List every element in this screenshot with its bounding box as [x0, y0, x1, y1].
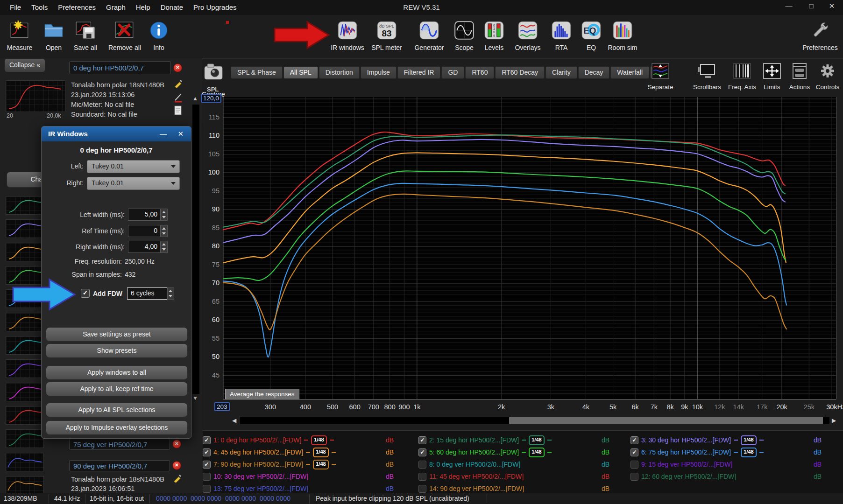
legend-checkbox-10[interactable] — [203, 473, 211, 481]
measurement-notes-icon[interactable] — [174, 105, 182, 116]
legend-checkbox-6[interactable]: ✓ — [630, 448, 638, 456]
legend-item-4[interactable]: ✓4: 45 deg hor HP500/2...[FDW]1/48dB — [203, 447, 413, 458]
apply-to-all-keep-ref-time-button[interactable]: Apply to all, keep ref time — [46, 382, 188, 396]
measurement-10-thumbnail[interactable] — [6, 383, 44, 401]
fdw-cycles-field[interactable]: 6 cycles — [127, 287, 170, 300]
tab-all-spl[interactable]: All SPL — [283, 66, 318, 79]
legend-checkbox-8[interactable] — [418, 461, 426, 469]
measurement-9-thumbnail[interactable] — [6, 359, 44, 378]
edit-notes-icon[interactable] — [174, 78, 183, 88]
x-axis-start-value[interactable]: 203 — [214, 402, 230, 411]
right-width-field[interactable]: 4,00 — [128, 241, 161, 253]
dialog-minimize-icon[interactable]: — — [160, 126, 167, 141]
save-all-button[interactable]: Save all — [63, 20, 108, 51]
dialog-title-bar[interactable]: IR Windows — ✕ — [42, 126, 191, 141]
legend-item-9[interactable]: 9: 15 deg ver HP500/2/...[FDW]dB — [630, 459, 841, 470]
legend-item-2[interactable]: ✓2: 15 deg hor HP500/2...[FDW]1/48dB — [418, 434, 629, 446]
tab-filtered-ir[interactable]: Filtered IR — [397, 66, 441, 79]
scroll-down-icon[interactable]: ▼ — [192, 395, 198, 401]
legend-item-12[interactable]: 12: 60 deg ver HP500/2/...[FDW]dB — [630, 471, 841, 482]
spl-meter-button[interactable]: dB SPL83SPL meter — [364, 20, 409, 51]
ref-time-stepper[interactable] — [161, 225, 168, 237]
measurement-12-thumbnail[interactable] — [6, 429, 44, 448]
tab-rt60[interactable]: RT60 — [465, 66, 494, 79]
delete-measurement-icon[interactable]: ✕ — [172, 440, 181, 448]
close-button[interactable]: ✕ — [822, 2, 841, 10]
tab-impulse[interactable]: Impulse — [361, 66, 397, 79]
smoothing-badge[interactable]: 1/48 — [313, 460, 328, 469]
delete-measurement-icon[interactable]: ✕ — [172, 461, 181, 470]
tab-clarity[interactable]: Clarity — [545, 66, 577, 79]
legend-checkbox-3[interactable]: ✓ — [630, 436, 638, 444]
trace-style-icon[interactable] — [174, 92, 183, 103]
right-width-stepper[interactable] — [161, 241, 168, 253]
left-width-field[interactable]: 5,00 — [128, 209, 161, 221]
vertical-scrollbar[interactable] — [192, 105, 199, 394]
legend-checkbox-5[interactable]: ✓ — [418, 448, 426, 456]
apply-to-all-spl-selections-button[interactable]: Apply to All SPL selections — [46, 403, 188, 417]
legend-item-10[interactable]: 10: 30 deg ver HP500/2/...[FDW]dB — [203, 471, 413, 482]
legend-item-11[interactable]: 11: 45 deg ver HP500/2/...[FDW]dB — [418, 471, 629, 482]
smoothing-badge[interactable]: 1/48 — [741, 448, 756, 457]
smoothing-badge[interactable]: 1/48 — [311, 435, 326, 445]
legend-checkbox-4[interactable]: ✓ — [203, 448, 211, 456]
legend-checkbox-9[interactable] — [630, 461, 638, 469]
scroll-left-icon[interactable]: ◀ — [232, 417, 236, 424]
apply-windows-to-all-button[interactable]: Apply windows to all — [46, 365, 188, 380]
scroll-up-icon[interactable]: ▲ — [192, 95, 198, 102]
legend-item-8[interactable]: 8: 0 deg ver HP500/2/0...[FDW]dB — [418, 459, 629, 470]
legend-item-5[interactable]: ✓5: 60 deg hor HP500/2...[FDW]1/48dB — [418, 447, 629, 458]
ref-time-field[interactable]: 0 — [128, 225, 161, 237]
tab-gd[interactable]: GD — [441, 66, 464, 79]
ir-windows-button[interactable]: IR windows — [325, 20, 370, 51]
legend-checkbox-7[interactable]: ✓ — [203, 461, 211, 469]
measurement-8-thumbnail[interactable] — [6, 336, 44, 355]
measurement-4-thumbnail[interactable] — [6, 243, 44, 261]
y-axis-top-value[interactable]: 120,0 — [201, 94, 221, 103]
delete-measurement-icon[interactable]: ✕ — [173, 63, 182, 72]
legend-checkbox-11[interactable] — [418, 473, 426, 481]
collapse-sidebar-button[interactable]: Collapse « — [4, 58, 45, 72]
legend-item-6[interactable]: ✓6: 75 deg hor HP500/2...[FDW]1/48dB — [630, 447, 841, 458]
capture-icon[interactable] — [204, 62, 223, 82]
apply-to-impulse-overlay-selections-button[interactable]: Apply to Impulse overlay selections — [46, 420, 188, 435]
measurement-12-name-field[interactable] — [69, 439, 170, 450]
measurement-2-thumbnail[interactable] — [6, 196, 44, 215]
measurement-3-thumbnail[interactable] — [6, 219, 44, 238]
edit-notes-icon[interactable] — [173, 473, 182, 483]
show-presets-button[interactable]: Show presets — [46, 343, 188, 358]
tab-distortion[interactable]: Distortion — [319, 66, 360, 79]
room-sim-button[interactable]: Room sim — [600, 20, 645, 51]
add-fdw-checkbox[interactable]: ✓ — [81, 289, 90, 298]
legend-checkbox-2[interactable]: ✓ — [418, 436, 426, 444]
measurement-7-thumbnail[interactable] — [6, 313, 44, 331]
legend-checkbox-13[interactable] — [203, 485, 211, 493]
measurement-14-thumbnail[interactable] — [6, 476, 44, 495]
smoothing-badge[interactable]: 1/48 — [529, 448, 544, 457]
smoothing-badge[interactable]: 1/48 — [313, 448, 328, 457]
legend-item-7[interactable]: ✓7: 90 deg hor HP500/2...[FDW]1/48dB — [203, 459, 413, 470]
right-window-dropdown[interactable]: Tukey 0.01 — [87, 177, 180, 190]
measurement-13-thumbnail[interactable] — [6, 453, 44, 471]
dialog-close-icon[interactable]: ✕ — [177, 126, 184, 141]
separate-button[interactable]: Separate — [639, 62, 681, 91]
tab-spl-phase[interactable]: SPL & Phase — [231, 66, 283, 79]
measurement-13-name-field[interactable] — [69, 460, 170, 471]
left-width-stepper[interactable] — [161, 209, 168, 221]
scroll-right-icon[interactable]: ▶ — [832, 417, 836, 424]
legend-checkbox-12[interactable] — [630, 473, 638, 481]
scrollbar-thumb[interactable] — [509, 417, 823, 424]
tab-decay[interactable]: Decay — [578, 66, 610, 79]
tab-rt60-decay[interactable]: RT60 Decay — [495, 66, 545, 79]
fdw-cycles-stepper[interactable] — [167, 287, 174, 300]
left-window-dropdown[interactable]: Tukey 0.01 — [87, 160, 180, 173]
horizontal-scrollbar[interactable] — [240, 417, 829, 424]
measurement-1-thumbnail[interactable] — [6, 80, 65, 112]
controls-button[interactable]: Controls — [807, 62, 843, 91]
legend-checkbox-14[interactable] — [418, 485, 426, 493]
spl-frequency-response-plot[interactable] — [223, 97, 836, 399]
measurement-name-field[interactable] — [69, 61, 171, 74]
info-button[interactable]: Info — [136, 20, 181, 51]
legend-checkbox-1[interactable]: ✓ — [203, 436, 211, 444]
measurement-11-thumbnail[interactable] — [6, 406, 44, 425]
